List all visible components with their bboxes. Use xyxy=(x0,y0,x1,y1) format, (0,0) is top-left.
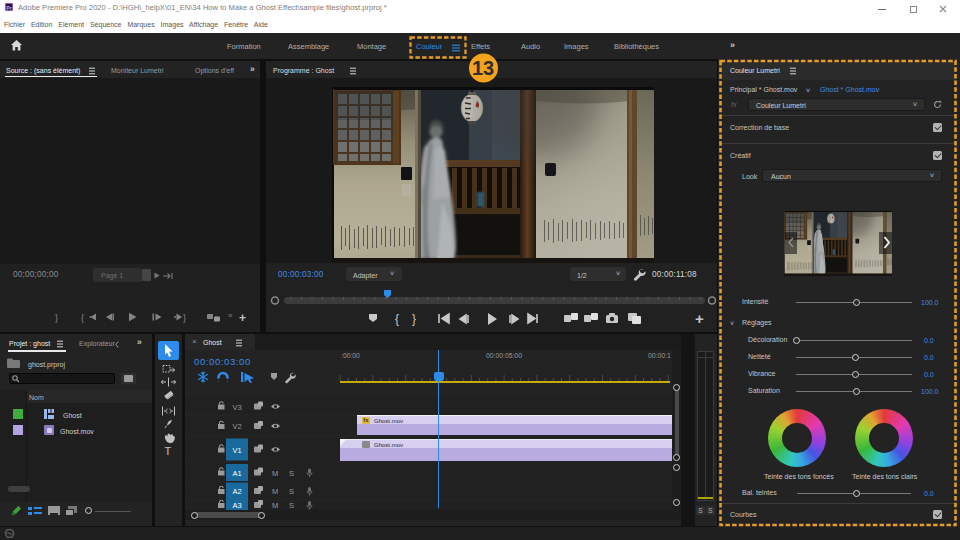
svg-text:+: + xyxy=(695,310,704,327)
svg-text:V3: V3 xyxy=(232,403,241,412)
svg-text:}: } xyxy=(412,312,416,326)
svg-text:S: S xyxy=(289,501,294,510)
svg-text:A3: A3 xyxy=(232,501,241,510)
svg-text:»: » xyxy=(228,311,233,320)
svg-text:M: M xyxy=(272,501,278,510)
svg-text:+: + xyxy=(239,311,246,325)
svg-text:S: S xyxy=(289,487,294,496)
svg-text:V1: V1 xyxy=(232,446,241,455)
svg-text:}: } xyxy=(55,313,58,323)
svg-text:}: } xyxy=(183,313,186,323)
svg-text:A1: A1 xyxy=(232,469,241,478)
svg-text:{: { xyxy=(395,312,399,326)
svg-text:V2: V2 xyxy=(232,422,241,431)
svg-text:T: T xyxy=(165,445,172,457)
svg-text:A2: A2 xyxy=(232,487,241,496)
svg-text:M: M xyxy=(272,487,278,496)
svg-text:M: M xyxy=(272,469,278,478)
svg-text:S: S xyxy=(289,469,294,478)
svg-text:{: { xyxy=(81,313,84,323)
